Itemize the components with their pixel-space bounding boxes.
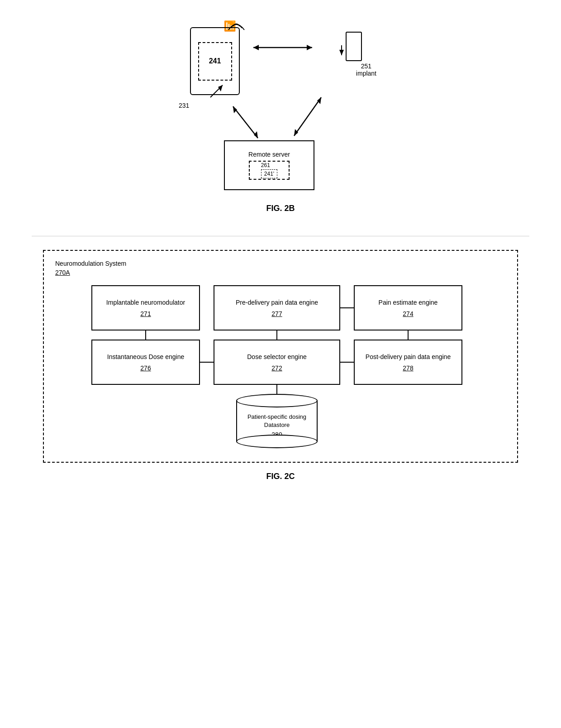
device-inner: 241 — [198, 42, 232, 81]
datastore-container: Patient-specific dosing Datastore 280 — [214, 394, 340, 448]
svg-marker-2 — [253, 45, 259, 50]
pain-estimate-box: Pain estimate engine 274 — [354, 285, 462, 330]
predelivery-title: Pre-delivery pain data engine — [236, 298, 318, 307]
svg-line-8 — [233, 106, 258, 138]
instantaneous-box: Instantaneous Dose engine 276 — [91, 340, 200, 385]
fig2b-label: FIG. 2B — [266, 204, 295, 213]
divider — [32, 236, 529, 236]
device-id: 241 — [209, 57, 221, 65]
svg-marker-7 — [339, 50, 344, 55]
datastore-text: Patient-specific dosing Datastore — [237, 413, 317, 429]
label-251: 251 implant — [356, 62, 376, 77]
instantaneous-id: 276 — [140, 364, 151, 372]
system-id: 270A — [55, 269, 506, 276]
device-box: 241 — [190, 27, 240, 95]
system-title: Neuromodulation System — [55, 260, 506, 267]
cylinder-bottom — [236, 435, 318, 448]
implant-box — [346, 32, 362, 61]
fig2b-section: 📶 — [27, 18, 534, 222]
predelivery-id: 277 — [271, 310, 282, 317]
dose-selector-box: Dose selector engine 272 — [214, 340, 340, 385]
neuromod-system-box: Neuromodulation System 270A Implantable … — [43, 250, 518, 463]
label-231: 231 — [179, 102, 189, 109]
implantable-box: Implantable neuromodulator 271 — [91, 285, 200, 330]
implantable-id: 271 — [140, 310, 151, 317]
dose-selector-title: Dose selector engine — [247, 353, 307, 362]
dose-selector-id: 272 — [271, 364, 282, 372]
cylinder-top — [236, 394, 318, 407]
postdelivery-title: Post-delivery pain data engine — [366, 353, 451, 362]
postdelivery-id: 278 — [403, 364, 413, 372]
svg-marker-10 — [254, 131, 258, 138]
svg-marker-9 — [233, 106, 237, 113]
postdelivery-box: Post-delivery pain data engine 278 — [354, 340, 462, 385]
svg-marker-12 — [317, 97, 321, 104]
engine-grid: Implantable neuromodulator 271 Pre-deliv… — [55, 285, 499, 448]
server-inner-id: 241' — [261, 169, 277, 178]
server-inner: 261 241' — [249, 161, 290, 180]
fig2b-diagram: 📶 — [145, 18, 416, 199]
fig2c-section: Neuromodulation System 270A Implantable … — [27, 250, 534, 490]
page: 📶 — [0, 0, 561, 728]
fig2c-label: FIG. 2C — [266, 472, 295, 481]
implantable-title: Implantable neuromodulator — [106, 298, 185, 307]
server-title: Remote server — [248, 151, 290, 158]
server-id: 261 — [261, 162, 270, 168]
server-box: Remote server 261 241' — [224, 140, 314, 190]
svg-marker-3 — [307, 45, 312, 50]
instantaneous-title: Instantaneous Dose engine — [107, 353, 184, 362]
svg-line-11 — [294, 97, 321, 136]
predelivery-box: Pre-delivery pain data engine 277 — [214, 285, 340, 330]
diagram-wrapper: Implantable neuromodulator 271 Pre-deliv… — [55, 285, 499, 448]
svg-marker-13 — [294, 129, 298, 136]
pain-estimate-id: 274 — [403, 310, 413, 317]
cylinder: Patient-specific dosing Datastore 280 — [236, 394, 318, 448]
pain-estimate-title: Pain estimate engine — [379, 298, 438, 307]
